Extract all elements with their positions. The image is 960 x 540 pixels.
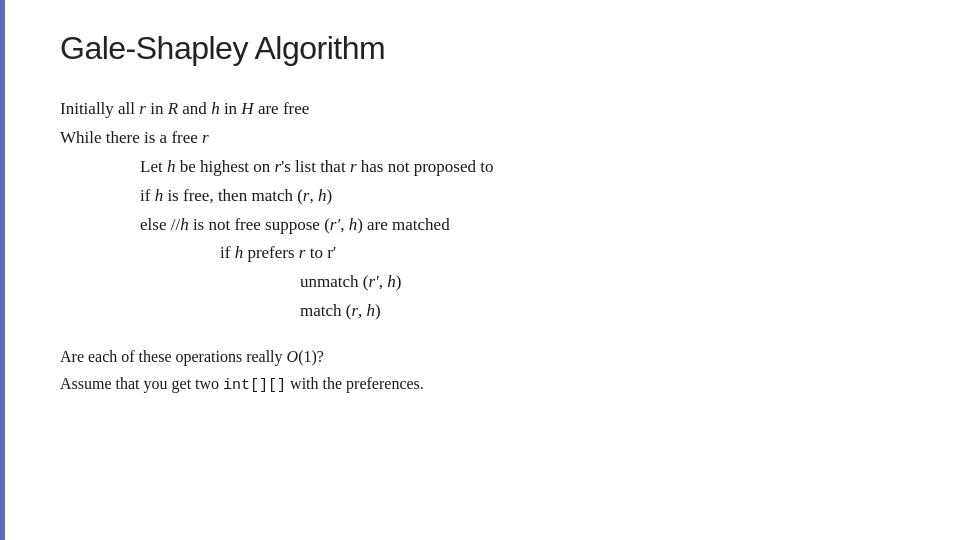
algo-line-6: if h prefers r to r′ [60, 239, 910, 268]
algorithm-block: Initially all r in R and h in H are free… [60, 95, 910, 326]
footer-line-1: Are each of these operations really O(1)… [60, 344, 910, 370]
title-area: Gale-Shapley Algorithm [50, 30, 910, 67]
algo-line-8: match (r, h) [60, 297, 910, 326]
slide-container: Gale-Shapley Algorithm Initially all r i… [0, 0, 960, 540]
algo-line-2: While there is a free r [60, 124, 910, 153]
left-accent-bar [0, 0, 5, 540]
algo-line-5: else //h is not free suppose (r′, h) are… [60, 211, 910, 240]
algo-line-7: unmatch (r′, h) [60, 268, 910, 297]
content-area: Initially all r in R and h in H are free… [50, 95, 910, 398]
code-snippet: int[][] [223, 377, 286, 394]
algo-line-4: if h is free, then match (r, h) [60, 182, 910, 211]
footer-line-2: Assume that you get two int[][] with the… [60, 371, 910, 399]
footer-notes: Are each of these operations really O(1)… [60, 344, 910, 398]
algo-line-3: Let h be highest on r's list that r has … [60, 153, 910, 182]
algo-line-1: Initially all r in R and h in H are free [60, 95, 910, 124]
slide-title: Gale-Shapley Algorithm [60, 30, 385, 66]
